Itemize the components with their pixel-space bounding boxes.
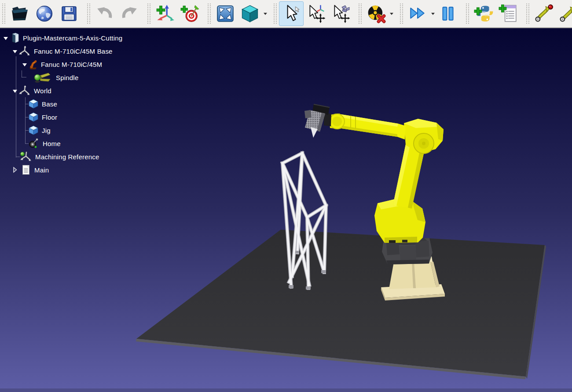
reference-frame-ball-icon: [20, 151, 32, 162]
main-toolbar: [0, 0, 572, 28]
toolbar-group-view: [205, 0, 269, 27]
toolbar-group-collision: [356, 0, 395, 27]
open-button[interactable]: [7, 1, 32, 26]
fast-forward-icon: [408, 4, 427, 23]
target-icon: [28, 138, 40, 149]
move-linear-icon: [559, 4, 572, 23]
check-collisions-button[interactable]: [364, 1, 389, 26]
tree-item-machining-reference[interactable]: Machining Reference: [0, 150, 99, 163]
collapse-arrow[interactable]: [13, 167, 17, 173]
toolbar-drag-handle[interactable]: [208, 4, 211, 24]
undo-button[interactable]: [92, 1, 117, 26]
tree-item-label: Fanuc M-710iC/45M: [41, 61, 102, 68]
open-online-library-button[interactable]: [32, 1, 57, 26]
toolbar-group-simulation: [398, 0, 461, 27]
tree-item-label: Main: [34, 166, 49, 174]
reference-frame-icon: [18, 46, 31, 56]
tree-item-floor[interactable]: Floor: [0, 110, 57, 124]
toolbar-drag-handle[interactable]: [2, 4, 5, 24]
collision-dropdown-button[interactable]: [389, 1, 394, 26]
object-cube-icon: [28, 112, 39, 122]
tree-item-label: Base: [42, 100, 57, 108]
tree-item-station[interactable]: Plugin-Mastercam-5-Axis-Cutting: [0, 31, 122, 44]
program-doc-icon: [21, 165, 31, 175]
collision-icon: [367, 4, 386, 23]
tree-item-robot-base-frame[interactable]: Fanuc M-710iC/45M Base: [0, 44, 113, 58]
tree-item-label: Home: [43, 140, 61, 147]
toolbar-drag-handle[interactable]: [400, 4, 403, 24]
robodk-window: { "toolbar": { "background": "#f1f0ee", …: [0, 0, 572, 392]
add-python-program-button[interactable]: [471, 1, 496, 26]
toolbar-drag-handle[interactable]: [359, 4, 362, 24]
move-tool-button[interactable]: [328, 1, 353, 26]
toolbar-group-programs: [464, 0, 521, 27]
tree-item-jig[interactable]: Jig: [0, 124, 51, 137]
folder-open-icon: [10, 4, 29, 23]
move-tool-cursor-icon: [331, 4, 350, 23]
add-target-button[interactable]: [177, 1, 202, 26]
toolbar-group-file: [0, 0, 82, 27]
tree-item-home[interactable]: Home: [0, 137, 61, 150]
select-cursor-icon: [282, 4, 301, 23]
station-icon: [11, 33, 20, 43]
iso-cube-icon: [240, 4, 260, 24]
toolbar-drag-handle[interactable]: [526, 4, 529, 24]
toolbar-group-add-items: [145, 0, 203, 27]
add-frame-icon: [155, 4, 175, 23]
add-program-button[interactable]: [496, 1, 521, 26]
object-cube-icon: [28, 99, 39, 109]
tree-item-robot[interactable]: Fanuc M-710iC/45M: [0, 58, 102, 71]
move-reference-cursor-icon: [306, 4, 326, 23]
pause-icon: [438, 4, 458, 23]
select-button[interactable]: [279, 1, 304, 26]
toolbar-drag-handle[interactable]: [274, 4, 277, 24]
toolbar-group-cursor-modes: [271, 0, 354, 27]
program-icon: [499, 4, 518, 23]
view-dropdown-button[interactable]: [262, 1, 268, 26]
tree-item-label: Plugin-Mastercam-5-Axis-Cutting: [23, 34, 122, 42]
tree-item-label: World: [34, 87, 51, 95]
save-icon: [59, 4, 79, 23]
tree-item-base[interactable]: Base: [0, 97, 57, 110]
move-joint-instruction-button[interactable]: [532, 1, 556, 26]
tool-icon: [33, 72, 53, 83]
move-joint-icon: [534, 4, 554, 23]
reference-frame-icon: [18, 85, 31, 96]
save-button[interactable]: [57, 1, 81, 26]
toolbar-group-undo: [85, 0, 143, 27]
toolbar-drag-handle[interactable]: [87, 4, 90, 24]
tree-item-spindle[interactable]: Spindle: [0, 71, 78, 84]
tree-item-label: Floor: [42, 114, 57, 121]
isometric-view-button[interactable]: [238, 1, 262, 26]
expand-arrow[interactable]: [13, 90, 17, 93]
expand-arrow[interactable]: [13, 50, 17, 53]
station-tree: Plugin-Mastercam-5-Axis-Cutting Fanuc M-…: [0, 28, 185, 187]
undo-icon: [95, 4, 114, 23]
tree-item-label: Jig: [42, 127, 51, 134]
tree-item-world[interactable]: World: [0, 84, 51, 97]
fit-all-button[interactable]: [213, 1, 238, 26]
simulation-dropdown-button[interactable]: [430, 1, 436, 26]
move-linear-instruction-button[interactable]: [556, 1, 572, 26]
tree-item-main[interactable]: Main: [0, 163, 49, 176]
fit-view-icon: [216, 4, 235, 23]
viewport-bottom-edge: [0, 388, 572, 392]
expand-arrow[interactable]: [4, 37, 8, 40]
redo-button[interactable]: [117, 1, 142, 26]
redo-icon: [120, 4, 139, 23]
globe-icon: [35, 4, 54, 23]
expand-arrow[interactable]: [22, 63, 27, 66]
toolbar-drag-handle[interactable]: [466, 4, 469, 24]
fast-simulation-button[interactable]: [405, 1, 430, 26]
move-reference-button[interactable]: [304, 1, 328, 26]
pause-simulation-button[interactable]: [436, 1, 460, 26]
toolbar-drag-handle[interactable]: [147, 4, 150, 24]
toolbar-group-instructions: [524, 0, 572, 27]
add-reference-frame-button[interactable]: [153, 1, 177, 26]
tree-item-label: Fanuc M-710iC/45M Base: [34, 48, 113, 55]
add-target-icon: [180, 4, 199, 23]
robot-icon: [28, 59, 38, 70]
object-cube-icon: [28, 125, 39, 136]
python-icon: [474, 4, 493, 23]
tree-item-label: Spindle: [56, 74, 78, 81]
